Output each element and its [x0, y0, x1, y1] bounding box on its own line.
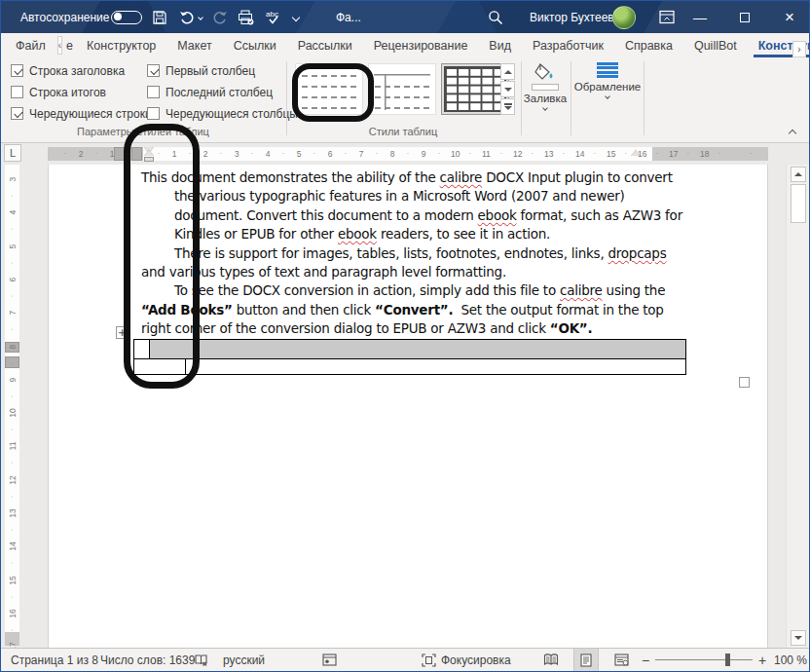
- checkbox-checked-icon[interactable]: [147, 64, 160, 77]
- misspelled-word[interactable]: dropcaps: [608, 245, 666, 261]
- paragraph[interactable]: This document demonstrates the ability o…: [141, 168, 688, 244]
- language-indicator[interactable]: русский: [223, 649, 265, 671]
- page[interactable]: This document demonstrates the ability o…: [48, 165, 768, 650]
- checkbox-label: Последний столбец: [166, 86, 273, 99]
- misspelled-word[interactable]: calibre: [440, 169, 483, 185]
- tab-е[interactable]: е: [63, 33, 76, 57]
- table-resize-handle[interactable]: [739, 377, 750, 388]
- autosave-toggle[interactable]: [111, 1, 142, 33]
- word-count[interactable]: Число слов: 1639: [100, 649, 195, 671]
- tab-рецензирование[interactable]: Рецензирование: [363, 33, 479, 57]
- table-style-header[interactable]: [368, 63, 436, 115]
- ruler-tick: ·: [61, 147, 69, 161]
- scrollbar-thumb[interactable]: [791, 184, 806, 223]
- zoom-slider-track[interactable]: [655, 659, 753, 660]
- zoom-slider[interactable]: [655, 649, 753, 671]
- account-name[interactable]: Виктор Бухтеев: [530, 1, 614, 33]
- proofing-errors-button[interactable]: [194, 649, 208, 671]
- maximize-button[interactable]: [729, 1, 760, 33]
- checkbox-unchecked-icon[interactable]: [11, 86, 23, 98]
- spelling-grammar-button[interactable]: abc: [265, 1, 284, 33]
- borders-label: Обрамление: [574, 81, 642, 93]
- redo-button[interactable]: [211, 1, 228, 33]
- zoom-in-button[interactable]: +: [758, 649, 766, 671]
- misspelled-word[interactable]: calibre: [560, 282, 603, 298]
- table-header-cell[interactable]: [149, 339, 686, 359]
- ruler-number: 7: [357, 147, 365, 161]
- borders-button[interactable]: Обрамление: [575, 61, 640, 98]
- misspelled-word[interactable]: ebook: [338, 226, 377, 242]
- undo-button[interactable]: [179, 1, 202, 33]
- tab-quillbot[interactable]: QuillBot: [683, 33, 748, 57]
- tab-файл[interactable]: Файл: [5, 33, 56, 57]
- borders-dropdown-icon[interactable]: [605, 93, 610, 99]
- vertical-scrollbar[interactable]: [786, 165, 809, 650]
- search-button[interactable]: [488, 1, 503, 33]
- macro-recording-button[interactable]: [322, 649, 337, 671]
- tab-вид[interactable]: Вид: [478, 33, 522, 57]
- tab-ссылки[interactable]: Ссылки: [223, 33, 287, 57]
- checkbox-чередующиеся-строки[interactable]: Чередующиеся строки: [11, 105, 152, 122]
- read-mode-button[interactable]: [538, 649, 564, 671]
- tab-stop-selector[interactable]: L: [4, 144, 21, 162]
- table-style-preview: [300, 68, 358, 110]
- checkbox-первый-столбец[interactable]: Первый столбец: [147, 62, 298, 79]
- paragraph[interactable]: To see the DOCX conversion in action, si…: [141, 281, 688, 338]
- checkbox-чередующиеся-столбцы[interactable]: Чередующиеся столбцы: [147, 105, 298, 122]
- table-style-plain[interactable]: [295, 63, 363, 115]
- scroll-up-button[interactable]: [791, 167, 806, 182]
- scroll-down-button[interactable]: [791, 630, 806, 646]
- zoom-slider-thumb[interactable]: [725, 653, 730, 666]
- account-avatar[interactable]: [612, 1, 636, 33]
- tab-scroll-right-button[interactable]: ›: [792, 41, 806, 57]
- document-title[interactable]: Фа...: [336, 1, 361, 33]
- paragraph[interactable]: There is support for images, tables, lis…: [141, 244, 688, 282]
- quick-print-button[interactable]: [238, 1, 254, 33]
- checkbox-строка-заголовка[interactable]: Строка заголовка: [11, 62, 152, 79]
- tab-справка[interactable]: Справка: [614, 33, 683, 57]
- tab-рассылки[interactable]: Рассылки: [287, 33, 363, 57]
- document-table[interactable]: +: [133, 340, 686, 375]
- checkbox-unchecked-icon[interactable]: [147, 86, 160, 98]
- tab-макет[interactable]: Макет: [166, 33, 222, 57]
- table-cell[interactable]: [133, 339, 150, 359]
- shading-button[interactable]: Заливка: [523, 61, 568, 110]
- table-cell[interactable]: [185, 358, 686, 375]
- misspelled-word[interactable]: ebook: [478, 207, 517, 223]
- zoom-level[interactable]: 100 %: [774, 649, 807, 671]
- collapse-ribbon-button[interactable]: [789, 130, 796, 137]
- focus-mode-button[interactable]: Фокусировка: [422, 649, 511, 671]
- zoom-out-button[interactable]: −: [642, 649, 649, 671]
- save-button[interactable]: [152, 1, 167, 33]
- table-column-marker[interactable]: [131, 147, 142, 161]
- checkbox-checked-icon[interactable]: [11, 107, 23, 120]
- undo-dropdown-icon[interactable]: [198, 15, 203, 20]
- tab-разработчик[interactable]: Разработчик: [522, 33, 614, 57]
- table-style-grid[interactable]: [441, 63, 509, 115]
- web-layout-button[interactable]: [608, 649, 634, 671]
- focus-label: Фокусировка: [441, 653, 511, 667]
- left-indent-marker[interactable]: [144, 157, 154, 162]
- tab-scroll-left-button[interactable]: ‹: [57, 36, 62, 55]
- ruler-number: 3: [233, 147, 240, 161]
- gallery-scroll-buttons: [500, 63, 515, 115]
- minimize-button[interactable]: —: [684, 1, 716, 33]
- shading-dropdown-icon[interactable]: [542, 105, 548, 111]
- gallery-scroll-up-button[interactable]: [500, 63, 515, 80]
- checkbox-последний-столбец[interactable]: Последний столбец: [147, 84, 298, 100]
- table-move-handle[interactable]: +: [116, 326, 129, 339]
- gallery-more-button[interactable]: [500, 98, 515, 115]
- ribbon-display-options-button[interactable]: [659, 1, 675, 33]
- customize-qat-button[interactable]: [293, 1, 299, 33]
- print-layout-button[interactable]: [573, 649, 599, 671]
- table-cell[interactable]: [133, 358, 186, 375]
- checkbox-строка-итогов[interactable]: Строка итогов: [11, 84, 152, 100]
- close-button[interactable]: ×: [774, 1, 805, 33]
- tab-конструктор[interactable]: Конструктор: [76, 33, 166, 57]
- checkbox-unchecked-icon[interactable]: [147, 107, 160, 120]
- gallery-scroll-down-button[interactable]: [500, 81, 515, 97]
- hanging-indent-marker[interactable]: [144, 150, 154, 156]
- checkbox-checked-icon[interactable]: [11, 64, 23, 77]
- printer-icon: [238, 10, 254, 25]
- page-indicator[interactable]: Страница 1 из 8: [11, 649, 98, 671]
